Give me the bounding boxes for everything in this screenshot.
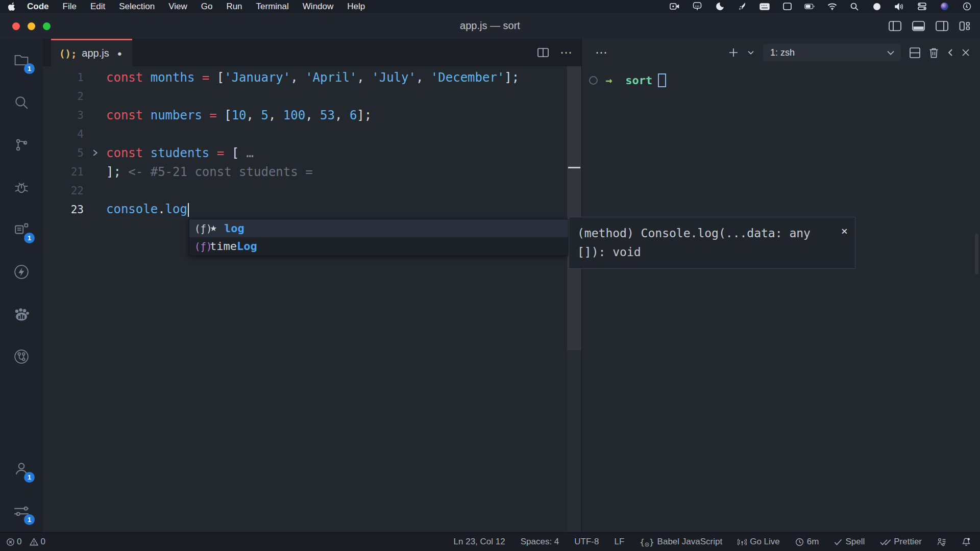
editor-more-actions-icon[interactable]: ⋯ bbox=[560, 46, 572, 59]
suggestion-item[interactable]: (ƒ)timeLog bbox=[189, 237, 568, 255]
terminal-tab-label: 1: zsh bbox=[770, 47, 795, 58]
control-center-icon[interactable] bbox=[917, 3, 927, 11]
close-panel-icon[interactable] bbox=[962, 48, 970, 57]
indentation[interactable]: Spaces: 4 bbox=[521, 537, 559, 547]
activity-bar: 1 1 1 1 bbox=[0, 39, 43, 532]
encoding[interactable]: UTF-8 bbox=[574, 537, 599, 547]
suggestion-label: timeLog bbox=[210, 240, 257, 253]
video-icon[interactable] bbox=[670, 3, 680, 11]
battery-icon[interactable] bbox=[804, 3, 815, 11]
window-titlebar: app.js — sort bbox=[0, 13, 980, 39]
volume-icon[interactable] bbox=[894, 3, 904, 11]
menu-item-selection[interactable]: Selection bbox=[119, 2, 155, 12]
spaces-label: Spaces: 4 bbox=[521, 537, 559, 547]
double-check-icon bbox=[880, 539, 891, 545]
workbench: 1 1 1 1 bbox=[0, 39, 980, 532]
problems-errors[interactable]: 0 bbox=[6, 537, 21, 547]
run-debug-icon[interactable] bbox=[0, 166, 43, 208]
editor-scrollbar-slider[interactable] bbox=[567, 66, 581, 350]
search-view-icon[interactable] bbox=[0, 81, 43, 123]
editor-scrollbar[interactable] bbox=[567, 66, 581, 532]
screen-share-icon[interactable] bbox=[692, 3, 702, 11]
command-decoration-icon[interactable] bbox=[589, 76, 598, 85]
suggestion-label: log bbox=[224, 222, 244, 235]
tab-appjs[interactable]: (); app.js ● bbox=[51, 39, 132, 66]
problems-warnings[interactable]: 0 bbox=[30, 537, 45, 547]
new-terminal-icon[interactable] bbox=[728, 47, 739, 58]
new-terminal-dropdown-icon[interactable] bbox=[747, 50, 754, 55]
macos-menubar: CodeFileEditSelectionViewGoRunTerminalWi… bbox=[0, 0, 980, 13]
git-graph-icon[interactable] bbox=[0, 335, 43, 378]
timer-label: 6m bbox=[807, 537, 819, 547]
eol-label: LF bbox=[614, 537, 624, 547]
split-editor-icon[interactable] bbox=[537, 48, 549, 57]
menu-item-window[interactable]: Window bbox=[303, 2, 333, 12]
suggestion-item[interactable]: (ƒ)★log bbox=[189, 219, 568, 237]
code-line-23: 23console.log bbox=[43, 200, 581, 219]
notifications-bell[interactable] bbox=[962, 537, 971, 546]
fold-chevron-icon[interactable] bbox=[84, 148, 106, 157]
thunder-client-icon[interactable] bbox=[0, 251, 43, 293]
terminal-body[interactable]: → sort bbox=[582, 66, 980, 532]
chevron-left-icon[interactable] bbox=[947, 48, 953, 57]
code-line-21: 21]; <- #5-21 const students = bbox=[43, 162, 581, 181]
explorer-icon[interactable]: 1 bbox=[0, 39, 43, 81]
menu-item-file[interactable]: File bbox=[63, 2, 77, 12]
prettier-status[interactable]: Prettier bbox=[880, 537, 922, 547]
menu-item-run[interactable]: Run bbox=[226, 2, 242, 12]
check-icon bbox=[834, 539, 842, 545]
unsaved-dot-icon[interactable]: ● bbox=[117, 49, 122, 58]
extensions-icon[interactable]: 1 bbox=[0, 208, 43, 251]
kill-terminal-icon[interactable] bbox=[929, 47, 939, 58]
menu-item-code[interactable]: Code bbox=[27, 2, 49, 12]
source-control-icon[interactable] bbox=[0, 123, 43, 166]
toggle-primary-sidebar-icon[interactable] bbox=[889, 21, 901, 31]
window-icon[interactable] bbox=[782, 3, 792, 11]
toggle-secondary-sidebar-icon[interactable] bbox=[936, 21, 948, 31]
code-line-3: 3const numbers = [10, 5, 100, 53, 6]; bbox=[43, 106, 581, 124]
accounts-icon[interactable]: 1 bbox=[0, 447, 43, 490]
keyboard-icon[interactable] bbox=[760, 3, 770, 11]
menu-item-view[interactable]: View bbox=[168, 2, 187, 12]
go-live-button[interactable]: Go Live bbox=[738, 537, 780, 547]
wifi-icon[interactable] bbox=[827, 3, 837, 11]
menu-item-edit[interactable]: Edit bbox=[90, 2, 105, 12]
person-list-icon bbox=[937, 538, 946, 546]
javascript-file-icon: (); bbox=[59, 48, 77, 59]
siri-icon[interactable] bbox=[939, 3, 949, 11]
preferred-star-icon: ★ bbox=[210, 223, 224, 233]
settings-icon[interactable]: 1 bbox=[0, 490, 43, 532]
code-stats-paw-icon[interactable] bbox=[0, 293, 43, 335]
warning-count: 0 bbox=[40, 537, 45, 547]
method-icon: (ƒ) bbox=[194, 241, 210, 252]
apple-menu-icon[interactable] bbox=[8, 2, 16, 11]
eol-sequence[interactable]: LF bbox=[614, 537, 624, 547]
close-icon[interactable]: × bbox=[841, 221, 848, 240]
language-mode[interactable]: {} Babel JavaScript bbox=[640, 537, 722, 547]
menu-item-help[interactable]: Help bbox=[347, 2, 365, 12]
code-line-5: 5const students = [ … bbox=[43, 143, 581, 162]
moon-icon[interactable] bbox=[715, 3, 725, 11]
spell-checker-status[interactable]: Spell bbox=[834, 537, 865, 547]
go-live-label: Go Live bbox=[750, 537, 780, 547]
clock-icon[interactable] bbox=[962, 3, 972, 11]
split-terminal-icon[interactable] bbox=[910, 47, 920, 58]
extensions-badge: 1 bbox=[24, 233, 35, 243]
code-line-content: const months = ['January', 'April', 'Jul… bbox=[106, 70, 519, 85]
menu-item-go[interactable]: Go bbox=[201, 2, 213, 12]
search-icon[interactable] bbox=[849, 3, 860, 11]
panel-more-actions-icon[interactable]: ⋯ bbox=[595, 45, 607, 60]
suggest-details-tooltip: (method) Console.log(...data: any []): v… bbox=[569, 217, 855, 269]
cursor-position[interactable]: Ln 23, Col 12 bbox=[454, 537, 505, 547]
timer-status[interactable]: 6m bbox=[795, 537, 819, 547]
menu-item-terminal[interactable]: Terminal bbox=[256, 2, 289, 12]
toggle-panel-icon[interactable] bbox=[912, 21, 925, 31]
code-editor[interactable]: 1const months = ['January', 'April', 'Ju… bbox=[43, 66, 581, 532]
terminal-tab-select[interactable]: 1: zsh bbox=[763, 44, 901, 61]
rocket-icon[interactable] bbox=[737, 3, 747, 11]
record-icon[interactable] bbox=[872, 3, 882, 11]
customize-layout-icon[interactable] bbox=[959, 21, 971, 31]
code-line-2: 2 bbox=[43, 87, 581, 106]
accessibility-status[interactable] bbox=[937, 538, 946, 546]
terminal-scrollbar[interactable] bbox=[975, 234, 978, 274]
